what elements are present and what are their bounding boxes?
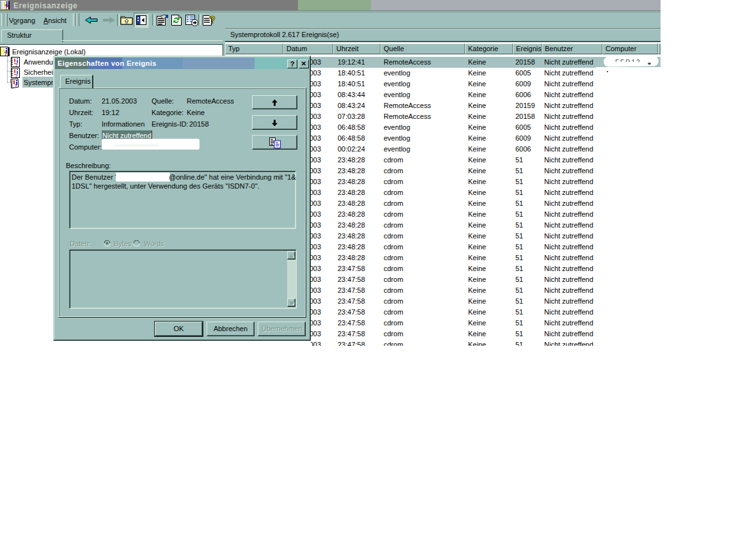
svg-text:?: ? — [15, 73, 18, 79]
svg-text:?: ? — [4, 51, 8, 57]
svg-text:?: ? — [14, 83, 17, 89]
svg-text:?: ? — [4, 4, 8, 11]
svg-text:?: ? — [209, 15, 215, 26]
svg-text:?: ? — [15, 62, 18, 68]
